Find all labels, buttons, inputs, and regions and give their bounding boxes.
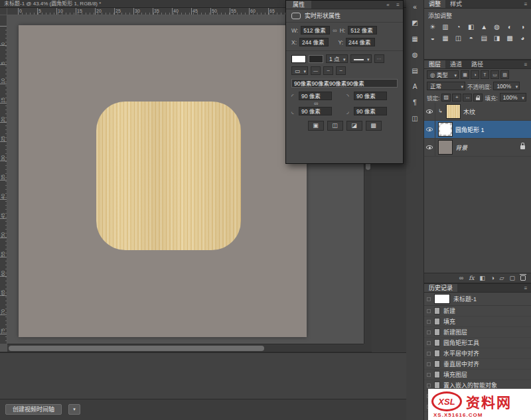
- new-layer-icon[interactable]: ▢: [509, 273, 515, 283]
- gradient-map-icon[interactable]: ▩: [503, 33, 516, 44]
- panel-menu-icon[interactable]: ≡: [520, 60, 531, 68]
- stroke-corner-button[interactable]: ╌: [336, 66, 346, 75]
- history-source-checkbox[interactable]: [427, 330, 431, 334]
- posterize-icon[interactable]: ▤: [478, 33, 491, 44]
- shape-intersect-button[interactable]: ◪: [346, 121, 362, 131]
- swatches-panel-icon[interactable]: ▦: [409, 34, 421, 44]
- vertical-ruler[interactable]: 05101520253035404550556065707580: [0, 15, 7, 344]
- color-balance-icon[interactable]: ◐: [503, 21, 516, 33]
- link-dimensions-icon[interactable]: ∞: [333, 27, 337, 34]
- panel-menu-icon[interactable]: ≡: [520, 284, 531, 292]
- radius-field[interactable]: 90 像素: [354, 107, 387, 115]
- layer-row-rounded-rect[interactable]: ↳ 圆角矩形 1: [424, 121, 531, 139]
- fill-combo[interactable]: 100%: [500, 93, 526, 102]
- filter-adjustment-layers-icon[interactable]: ◑: [471, 70, 479, 79]
- lock-all-icon[interactable]: [473, 94, 483, 102]
- stroke-options-button[interactable]: ⋯: [374, 54, 384, 63]
- history-item[interactable]: 水平居中对齐: [424, 348, 531, 359]
- radius-summary-field[interactable]: 90像素90像素90像素90像素: [291, 79, 398, 88]
- layer-thumbnail[interactable]: [438, 122, 453, 137]
- width-field[interactable]: 512 像素: [301, 26, 330, 35]
- filter-pixel-layers-icon[interactable]: ▦: [461, 70, 469, 79]
- shape-subtract-button[interactable]: ◫: [327, 121, 343, 131]
- layer-filter-kind-combo[interactable]: ◎ 类型: [427, 70, 459, 79]
- levels-icon[interactable]: ▥: [439, 21, 451, 33]
- tab-history[interactable]: 历史记录: [424, 284, 457, 292]
- tab-properties[interactable]: 属性: [286, 1, 311, 9]
- color-panel-icon[interactable]: ◩: [409, 18, 421, 29]
- stroke-color-swatch[interactable]: [309, 55, 323, 63]
- character-panel-icon[interactable]: A: [409, 82, 421, 92]
- history-source-checkbox[interactable]: [427, 362, 431, 366]
- layer-row-background[interactable]: ↳ 背景: [424, 139, 531, 157]
- collapse-panel-icon[interactable]: «: [383, 1, 393, 9]
- photo-filter-icon[interactable]: ◒: [426, 33, 439, 44]
- lock-pixels-icon[interactable]: +: [452, 94, 461, 102]
- opacity-combo[interactable]: 100%: [493, 82, 520, 90]
- layer-row-wood[interactable]: ↳ 木纹: [424, 103, 531, 121]
- stroke-cap-button[interactable]: ┄: [323, 66, 333, 75]
- lock-position-icon[interactable]: ↔: [463, 94, 472, 102]
- layer-style-icon[interactable]: fx: [469, 273, 474, 283]
- filter-type-layers-icon[interactable]: T: [481, 70, 489, 79]
- y-field[interactable]: 244 像素: [346, 38, 375, 46]
- curves-icon[interactable]: ◔: [452, 21, 465, 33]
- filter-smart-objects-icon[interactable]: ▧: [500, 70, 509, 79]
- invert-icon[interactable]: ◓: [465, 33, 477, 44]
- paragraph-panel-icon[interactable]: ¶: [409, 98, 421, 108]
- history-source-checkbox[interactable]: [427, 341, 431, 345]
- new-group-icon[interactable]: ▱: [500, 273, 504, 283]
- stroke-align-button[interactable]: —: [311, 66, 321, 75]
- visibility-toggle[interactable]: [424, 103, 435, 120]
- lock-transparency-icon[interactable]: ▨: [441, 94, 451, 102]
- blend-mode-combo[interactable]: 正常: [427, 82, 465, 90]
- stroke-style-combo[interactable]: [350, 54, 372, 63]
- tab-paths[interactable]: 路径: [467, 60, 488, 68]
- radius-field[interactable]: 90 像素: [299, 92, 332, 100]
- threshold-icon[interactable]: ◨: [491, 33, 503, 44]
- layer-thumbnail[interactable]: [446, 104, 461, 119]
- timeline-type-dropdown[interactable]: ▾: [68, 404, 80, 415]
- filter-shape-layers-icon[interactable]: ▭: [491, 70, 499, 79]
- stroke-width-combo[interactable]: 1 点: [326, 54, 348, 63]
- history-item[interactable]: 圆角矩形工具: [424, 338, 531, 348]
- horizontal-scrollbar-thumb[interactable]: [9, 346, 264, 351]
- tab-layers[interactable]: 图层: [424, 60, 445, 68]
- exposure-icon[interactable]: ◧: [465, 21, 477, 33]
- new-adjustment-layer-icon[interactable]: ◑: [491, 273, 494, 283]
- channel-mixer-icon[interactable]: ▦: [439, 33, 451, 44]
- history-item[interactable]: 垂直居中对齐: [424, 359, 531, 370]
- history-source-checkbox[interactable]: [427, 297, 431, 301]
- tab-channels[interactable]: 通道: [445, 60, 467, 68]
- x-field[interactable]: 244 像素: [299, 38, 329, 46]
- color-lookup-icon[interactable]: ◫: [452, 33, 465, 44]
- history-source-checkbox[interactable]: [427, 320, 431, 324]
- history-source-checkbox[interactable]: [427, 373, 431, 377]
- brush-presets-panel-icon[interactable]: ◍: [409, 50, 421, 60]
- delete-layer-icon[interactable]: [520, 275, 526, 281]
- visibility-toggle[interactable]: [424, 121, 435, 138]
- history-item[interactable]: 新建: [424, 306, 531, 316]
- snapshot-name[interactable]: 未标题-1: [453, 295, 477, 303]
- layer-name[interactable]: 木纹: [463, 107, 530, 116]
- history-source-checkbox[interactable]: [427, 309, 431, 313]
- stroke-preset-combo[interactable]: ▭: [291, 66, 308, 75]
- panel-menu-icon[interactable]: ≡: [393, 1, 403, 9]
- visibility-toggle[interactable]: [424, 139, 435, 156]
- history-snapshot-row[interactable]: 未标题-1: [424, 293, 531, 306]
- radius-field[interactable]: 90 像素: [354, 92, 387, 100]
- history-item[interactable]: 填充图层: [424, 370, 531, 380]
- history-source-checkbox[interactable]: [427, 384, 431, 387]
- create-video-timeline-button[interactable]: 创建视频时间轴: [5, 404, 62, 415]
- hue-saturation-icon[interactable]: ◍: [491, 21, 503, 33]
- info-panel-icon[interactable]: ▤: [409, 66, 421, 76]
- expand-dock-icon[interactable]: «: [409, 2, 421, 13]
- history-source-checkbox[interactable]: [427, 352, 431, 356]
- shape-exclude-button[interactable]: ▩: [366, 121, 382, 131]
- horizontal-scrollbar[interactable]: [7, 344, 364, 352]
- link-layers-icon[interactable]: ∞: [459, 273, 463, 283]
- document-canvas[interactable]: [19, 25, 307, 337]
- layer-name[interactable]: 圆角矩形 1: [455, 125, 530, 134]
- height-field[interactable]: 512 像素: [348, 26, 377, 35]
- fill-color-swatch[interactable]: [291, 55, 306, 63]
